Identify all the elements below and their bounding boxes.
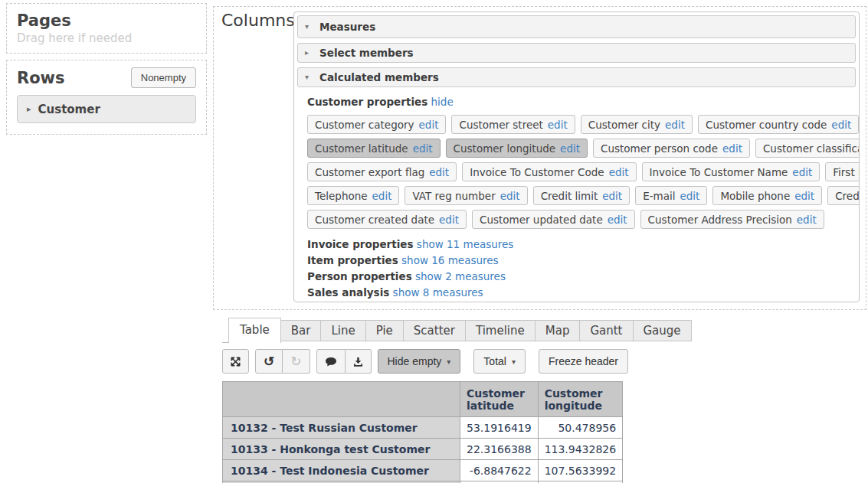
measure-edit-link[interactable]: edit [680,190,699,202]
tab-bar[interactable]: Bar [280,320,322,341]
measure-edit-link[interactable]: edit [548,119,568,131]
row-label-cell[interactable]: 10133 - Honkonga test Customer [223,439,460,460]
undo-button[interactable]: ↺ [255,349,283,374]
expand-button[interactable] [222,349,249,374]
show-measures-link[interactable]: show 11 measures [417,238,514,250]
row-label-cell[interactable]: 10134 - Test Indonesia Customer [223,460,460,481]
measure-chip-telephone[interactable]: Telephoneedit [307,186,399,205]
measure-chip-label: Customer person code [601,142,718,155]
measure-chip-first-invoice-date[interactable]: First invoice dateedit [825,162,860,181]
measure-chip-row: Customer created dateeditCustomer update… [307,210,846,229]
measure-edit-link[interactable]: edit [419,119,439,131]
measure-groups-list: Invoice properties show 11 measuresItem … [307,237,846,301]
column-header-longitude[interactable]: Customer longitude [538,382,623,417]
rows-title: Rows [17,68,65,88]
measure-edit-link[interactable]: edit [792,166,812,178]
measure-chip-label: First invoice date [833,166,860,178]
show-measures-link[interactable]: show 2 measures [415,270,506,282]
measure-chip-label: Telephone [315,190,368,202]
measure-chip-e-mail[interactable]: E-mailedit [635,186,707,205]
hide-empty-button[interactable]: Hide empty ▾ [378,349,461,374]
tab-map[interactable]: Map [535,320,581,341]
measure-chip-invoice-to-customer-code[interactable]: Invoice To Customer Codeedit [462,162,636,181]
column-header-latitude[interactable]: Customer latitude [460,382,539,417]
measure-edit-link[interactable]: edit [372,190,392,202]
measure-chip-mobile-phone[interactable]: Mobile phoneedit [712,186,822,205]
measure-group-title: Sales analysis [307,286,389,299]
measure-chip-customer-street[interactable]: Customer streetedit [451,115,575,134]
chart-type-tabs: TableBarLinePieScatterTimelineMapGanttGa… [222,318,692,343]
accordion-measures[interactable]: ▾ Measures [297,15,856,38]
download-button[interactable] [346,349,372,374]
measure-edit-link[interactable]: edit [722,142,742,155]
measure-edit-link[interactable]: edit [665,119,685,131]
pages-dropzone[interactable]: Pages Drag here if needed [6,3,207,54]
measure-chip-credit-limit[interactable]: Credit limitedit [533,186,631,205]
total-button[interactable]: Total ▾ [473,349,526,374]
measure-chip-customer-category[interactable]: Customer categoryedit [307,115,446,134]
measure-chip-customer-latitude[interactable]: Customer latitudeedit [307,139,441,158]
measure-chip-invoice-to-customer-name[interactable]: Invoice To Customer Nameedit [642,162,821,181]
measure-edit-link[interactable]: edit [608,214,627,226]
table-row: 10132 - Test Russian Customer53.19164195… [223,417,623,439]
redo-button[interactable]: ↻ [283,349,310,374]
show-measures-link[interactable]: show 16 measures [401,254,499,266]
row-label-cell[interactable]: 10132 - Test Russian Customer [223,417,460,439]
tab-pie[interactable]: Pie [365,320,404,341]
measure-edit-link[interactable]: edit [560,142,580,155]
tab-gauge[interactable]: Gauge [633,320,692,341]
tab-scatter[interactable]: Scatter [403,320,466,341]
measure-chip-customer-classification[interactable]: Customer classificationedit [755,139,860,158]
measure-group-line: Sales analysis show 8 measures [307,285,846,301]
nonempty-button[interactable]: Nonempty [131,67,196,88]
measure-chip-label: Customer longitude [454,142,555,155]
measure-chip-row: Customer latitudeeditCustomer longitudee… [307,139,846,158]
measure-chip-customer-longitude[interactable]: Customer longitudeedit [446,139,588,158]
measure-chip-customer-created-date[interactable]: Customer created dateedit [307,210,467,229]
measure-chip-customer-updated-date[interactable]: Customer updated dateedit [472,210,635,229]
tab-timeline[interactable]: Timeline [465,320,536,341]
measure-edit-link[interactable]: edit [413,142,433,155]
measure-chip-label: Credit limit days [835,190,860,202]
tab-gantt[interactable]: Gantt [579,320,633,341]
measure-chip-label: Customer country code [706,119,827,131]
pages-placeholder: Drag here if needed [17,31,196,45]
measure-chip-label: Customer category [315,119,414,131]
show-measures-link[interactable]: show 8 measures [393,286,483,299]
rows-field-customer[interactable]: ▸ Customer [17,95,196,123]
measure-edit-link[interactable]: edit [831,119,851,131]
accordion-select-members[interactable]: ▸ Select members [297,43,856,63]
value-cell: -6.8847622 [460,460,539,481]
accordion-calculated-members[interactable]: ▾ Calculated members [297,67,856,87]
measure-chip-customer-export-flag[interactable]: Customer export flagedit [307,162,457,181]
accordion-measures-label: Measures [319,21,375,33]
value-cell: 113.9432826 [538,439,623,460]
measure-edit-link[interactable]: edit [500,190,520,202]
measure-chip-row: Customer export flageditInvoice To Custo… [307,162,846,181]
measure-edit-link[interactable]: edit [439,214,459,226]
measure-chip-credit-limit-days[interactable]: Credit limit daysedit [827,186,860,205]
measure-chip-customer-person-code[interactable]: Customer person codeedit [593,139,750,158]
measure-edit-link[interactable]: edit [602,190,622,202]
measure-chip-vat-reg-number[interactable]: VAT reg numberedit [405,186,527,205]
comment-button[interactable] [316,349,346,374]
measure-edit-link[interactable]: edit [797,214,817,226]
redo-icon: ↻ [290,355,301,368]
measure-edit-link[interactable]: edit [609,166,629,178]
measure-chip-label: Customer street [459,119,542,131]
columns-dropzone[interactable]: Columns ▾ Measures ▸ Select members ▾ Ca… [213,6,866,310]
measure-edit-link[interactable]: edit [794,190,814,202]
tab-line[interactable]: Line [320,320,365,341]
measure-chip-label: VAT reg number [412,190,495,202]
measure-chip-label: Invoice To Customer Code [470,166,604,178]
chevron-down-icon: ▾ [305,73,313,81]
measure-chip-customer-country-code[interactable]: Customer country codeedit [698,115,859,134]
tab-table[interactable]: Table [228,318,281,343]
measure-chip-customer-address-precision[interactable]: Customer Address Precisionedit [640,210,824,229]
rows-dropzone[interactable]: Rows Nonempty ▸ Customer [6,60,207,135]
hide-link[interactable]: hide [431,96,454,108]
measure-chip-label: Customer export flag [315,166,424,178]
measure-chip-customer-city[interactable]: Customer cityedit [581,115,693,134]
freeze-header-button[interactable]: Freeze header [539,349,628,374]
measure-edit-link[interactable]: edit [429,166,449,178]
